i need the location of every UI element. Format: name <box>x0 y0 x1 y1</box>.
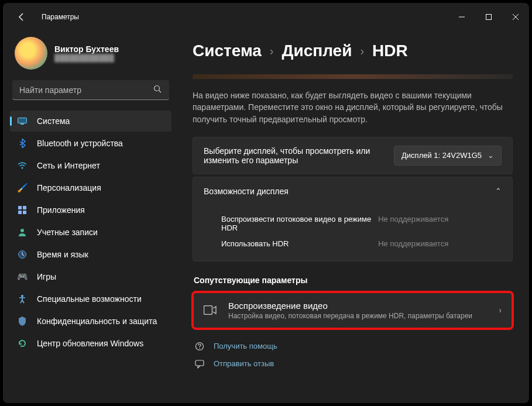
svg-rect-17 <box>195 360 204 366</box>
video-icon <box>204 305 218 315</box>
feedback-link[interactable]: Отправить отзыв <box>195 359 513 369</box>
video-playback-link[interactable]: Воспроизведение видео Настройка видео, п… <box>193 292 513 329</box>
svg-rect-4 <box>18 118 27 123</box>
capability-value: Не поддерживается <box>378 215 448 232</box>
chevron-right-icon: › <box>270 44 274 58</box>
sidebar-item-label: Учетные записи <box>37 228 98 237</box>
window-controls <box>448 8 529 26</box>
avatar <box>15 37 47 70</box>
feedback-icon <box>195 359 205 369</box>
capability-row: Использовать HDR Не поддерживается <box>204 236 502 252</box>
sidebar-item-label: Bluetooth и устройства <box>37 139 123 148</box>
sidebar-item-privacy[interactable]: Конфиденциальность и защита <box>10 311 171 332</box>
search-icon <box>153 85 162 94</box>
nav-list: Система Bluetooth и устройства Сеть и Ин… <box>10 111 171 354</box>
display-select-dropdown[interactable]: Дисплей 1: 24V2W1G5 ⌄ <box>394 146 502 166</box>
apps-icon <box>17 205 28 215</box>
minimize-button[interactable] <box>448 8 475 26</box>
video-playback-subtitle: Настройка видео, потоковая передача в ре… <box>228 312 488 320</box>
titlebar: Параметры <box>3 3 529 31</box>
chevron-right-icon: › <box>499 305 502 315</box>
display-capabilities-card: Возможности дисплея ⌃ Воспроизвести пото… <box>193 177 513 262</box>
sidebar-item-windows-update[interactable]: Центр обновления Windows <box>10 333 171 354</box>
breadcrumb: Система › Дисплей › HDR <box>193 42 513 60</box>
breadcrumb-display[interactable]: Дисплей <box>282 42 352 60</box>
sidebar-item-accessibility[interactable]: Специальные возможности <box>10 288 171 309</box>
sidebar-item-label: Приложения <box>37 205 85 215</box>
profile-block[interactable]: Виктор Бухтеев ████████████ <box>10 31 171 80</box>
svg-point-16 <box>199 348 200 349</box>
svg-point-6 <box>22 167 23 169</box>
footer-links: Получить помощь Отправить отзыв <box>193 342 513 369</box>
svg-line-3 <box>159 91 162 93</box>
gaming-icon: 🎮 <box>17 271 28 282</box>
maximize-button[interactable] <box>475 8 502 26</box>
video-preview <box>193 74 513 79</box>
sidebar-item-network[interactable]: Сеть и Интернет <box>10 155 171 176</box>
sidebar-item-label: Игры <box>37 272 56 281</box>
accounts-icon <box>17 227 28 238</box>
capabilities-header[interactable]: Возможности дисплея ⌃ <box>193 177 512 205</box>
shield-icon <box>17 316 28 326</box>
sidebar-item-label: Персонализация <box>37 183 101 192</box>
chevron-down-icon: ⌄ <box>488 151 494 160</box>
sidebar-item-label: Специальные возможности <box>37 294 142 304</box>
capabilities-title: Возможности дисплея <box>204 187 289 196</box>
back-button[interactable] <box>12 12 31 22</box>
breadcrumb-hdr: HDR <box>372 42 408 60</box>
svg-rect-7 <box>18 206 22 209</box>
svg-rect-5 <box>20 124 24 125</box>
svg-rect-8 <box>23 206 26 209</box>
svg-point-2 <box>155 86 160 91</box>
get-help-link[interactable]: Получить помощь <box>195 342 513 351</box>
brush-icon: 🖌️ <box>17 183 28 193</box>
svg-point-13 <box>21 295 23 297</box>
capability-row: Воспроизвести потоковое видео в режиме H… <box>204 211 502 236</box>
capability-label: Воспроизвести потоковое видео в режиме H… <box>221 215 378 232</box>
clock-icon <box>17 249 28 260</box>
sidebar-item-time-language[interactable]: Время и язык <box>10 244 171 265</box>
description-text: На видео ниже показано, как будет выгляд… <box>193 90 513 125</box>
capabilities-table: Воспроизвести потоковое видео в режиме H… <box>193 205 512 261</box>
sidebar-item-system[interactable]: Система <box>10 111 171 132</box>
capability-value: Не поддерживается <box>378 239 448 248</box>
breadcrumb-system[interactable]: Система <box>193 42 262 60</box>
wifi-icon <box>17 160 28 171</box>
feedback-label: Отправить отзыв <box>214 359 274 368</box>
profile-email: ████████████ <box>54 54 119 62</box>
chevron-up-icon: ⌃ <box>495 187 502 195</box>
system-icon <box>17 116 28 126</box>
capability-label: Использовать HDR <box>221 239 378 248</box>
sidebar-item-label: Сеть и Интернет <box>37 161 100 170</box>
get-help-label: Получить помощь <box>214 342 277 350</box>
related-section-title: Сопутствующие параметры <box>194 276 513 285</box>
svg-rect-1 <box>486 15 492 20</box>
video-playback-title: Воспроизведение видео <box>228 301 488 311</box>
search-input[interactable] <box>12 80 169 100</box>
chevron-right-icon: › <box>360 44 364 58</box>
sidebar-item-accounts[interactable]: Учетные записи <box>10 222 171 243</box>
sidebar-item-label: Центр обновления Windows <box>37 339 143 348</box>
search-box <box>12 80 169 100</box>
bluetooth-icon <box>17 138 28 149</box>
profile-name: Виктор Бухтеев <box>54 44 119 54</box>
sidebar: Виктор Бухтеев ████████████ Система Blue… <box>3 31 179 403</box>
accessibility-icon <box>17 294 28 304</box>
main-content: Система › Дисплей › HDR На видео ниже по… <box>179 31 529 403</box>
svg-rect-14 <box>204 306 212 315</box>
display-select-value: Дисплей 1: 24V2W1G5 <box>401 151 482 160</box>
close-button[interactable] <box>502 8 529 26</box>
display-select-label: Выберите дисплей, чтобы просмотреть или … <box>204 146 385 165</box>
sidebar-item-gaming[interactable]: 🎮 Игры <box>10 266 171 287</box>
sidebar-item-personalization[interactable]: 🖌️ Персонализация <box>10 177 171 198</box>
svg-rect-9 <box>18 211 22 214</box>
sidebar-item-label: Время и язык <box>37 250 88 259</box>
sidebar-item-bluetooth[interactable]: Bluetooth и устройства <box>10 133 171 154</box>
svg-point-11 <box>20 229 24 232</box>
sidebar-item-label: Система <box>37 116 70 126</box>
svg-rect-10 <box>23 211 26 214</box>
window-title: Параметры <box>42 13 79 21</box>
sidebar-item-label: Конфиденциальность и защита <box>37 316 157 326</box>
update-icon <box>17 338 28 349</box>
sidebar-item-apps[interactable]: Приложения <box>10 199 171 221</box>
